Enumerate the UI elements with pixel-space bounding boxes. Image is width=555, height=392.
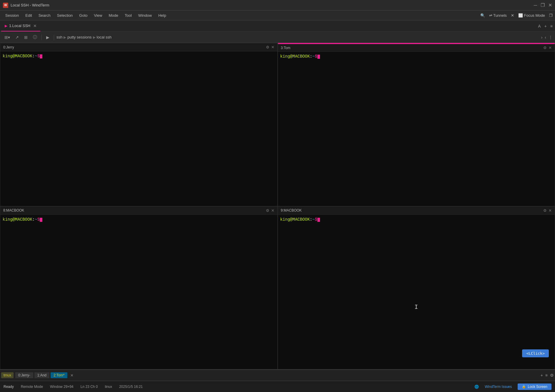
pane-close-icon[interactable]: ✕ [549,208,552,213]
pane-split-button[interactable]: ⊞▾ [2,34,12,41]
pane-tom-header: 3:Tom ⚙ ✕ [278,43,555,52]
lock-screen-label: Lock Screen [528,385,547,389]
pane-macbook-9[interactable]: 9:MACBOOK ⚙ ✕ king@MACBOOK:~$ I <LClick> [278,206,555,370]
breadcrumb-arrow-2: ▶ [93,35,96,39]
pane-settings-icon[interactable]: ⚙ [543,46,547,50]
breadcrumb-label: putty sessions [67,35,91,39]
status-window-size: Window 29×94 [50,385,74,389]
run-button[interactable]: ▶ [44,34,51,41]
pane-settings-icon[interactable]: ⚙ [266,208,269,213]
close-panel-action[interactable]: ✕ [511,13,514,18]
app-icon: W [3,3,8,8]
pane-jerry[interactable]: 0:Jerry ⚙ ✕ king@MACBOOK:~$ [0,43,278,206]
status-bar: Ready Remote Mode Window 29×94 Ln 23 Ch … [0,381,555,392]
menu-session[interactable]: Session [2,12,22,19]
status-os: linux [105,385,112,389]
lock-screen-button[interactable]: 🔒 Lock Screen [518,383,551,390]
pane-close-icon[interactable]: ✕ [271,208,274,213]
menu-mode[interactable]: Mode [106,12,121,19]
tmux-bar: tmux 0:Jerry- 1:And 2:Tom* ✕ + ≡ ⚙ [0,370,555,381]
pane-layout-button[interactable]: ⊞ [22,34,30,41]
tab-bar-right: A + ≡ [538,21,555,31]
focus-mode-action[interactable]: ⬜ Focus Mode [518,13,545,18]
tab-arrow-icon: ▶ [5,24,7,28]
menu-tool[interactable]: Tool [122,12,135,19]
tab-close-button[interactable]: ✕ [33,24,37,28]
window-title: Local SSH - WindTerm [11,3,534,7]
pane-jerry-controls: ⚙ ✕ [266,45,274,49]
tab-local-ssh[interactable]: ▶ 1.Local SSH ✕ [1,21,40,31]
prompt-user: king [3,54,13,58]
menu-search[interactable]: Search [36,12,54,19]
tmux-tab-close-button[interactable]: ✕ [69,372,75,378]
tmux-tab-jerry[interactable]: 0:Jerry- [15,372,33,378]
tmux-tab-and[interactable]: 1:And [34,372,49,378]
prompt-user: king [280,54,290,59]
pane-close-icon[interactable]: ✕ [549,46,552,50]
menu-view[interactable]: View [91,12,105,19]
expand-left-icon[interactable]: ‹ [545,35,546,40]
menu-edit[interactable]: Edit [22,12,35,19]
new-window-button[interactable]: ↗ [13,34,21,41]
search-action[interactable]: 🔍 [480,13,485,18]
menu-help[interactable]: Help [155,12,169,19]
tmux-tab-tom[interactable]: 2:Tom* [51,372,67,378]
pane-tom-body[interactable]: king@MACBOOK:~$ [278,52,555,61]
status-remote-mode: Remote Mode [21,385,43,389]
menu-selection[interactable]: Selection [54,12,76,19]
pane-jerry-title: 0:Jerry [3,45,266,49]
status-ln-ch: Ln 23 Ch 0 [81,385,98,389]
pane-settings-icon[interactable]: ⚙ [266,45,269,49]
tab-menu-button[interactable]: ≡ [550,24,553,29]
restore-button[interactable]: ❐ [541,2,545,8]
cursor-macbook8 [40,218,42,222]
text-cursor-indicator: I [414,303,418,310]
toolbar-separator [41,34,42,40]
restore-action[interactable]: ❐ [549,13,553,18]
tmux-icon: tmux [1,372,14,378]
breadcrumb-label: ssh [56,35,62,39]
menu-goto[interactable]: Goto [76,12,90,19]
pane-close-icon[interactable]: ✕ [271,45,274,49]
breadcrumb-local-ssh[interactable]: local ssh [97,35,112,39]
menu-bar: Session Edit Search Selection Goto View … [0,11,555,21]
breadcrumb-ssh[interactable]: ssh ▶ [56,35,66,39]
click-indicator: <LClick> [522,349,549,357]
status-datetime: 2025/1/5 16:21 [119,385,143,389]
pane-macbook9-body[interactable]: king@MACBOOK:~$ [278,215,555,224]
menu-right-actions: 🔍 ⇌ Tunnels ✕ ⬜ Focus Mode ❐ [480,13,553,18]
menu-window[interactable]: Window [135,12,155,19]
pane-tom[interactable]: 3:Tom ⚙ ✕ king@MACBOOK:~$ [278,43,555,206]
more-options-icon[interactable]: ⋮ [549,35,553,40]
status-right: 🌐 WindTerm Issues 🔒 Lock Screen [474,383,551,390]
cursor-macbook9 [317,218,320,222]
toolbar: ⊞▾ ↗ ⊞ ⓘ ▶ ssh ▶ putty sessions ▶ local … [0,32,555,43]
tmux-add-button[interactable]: + [541,373,543,378]
pane-jerry-header: 0:Jerry ⚙ ✕ [0,43,277,51]
tmux-menu-button[interactable]: ≡ [545,373,548,378]
breadcrumb-arrow-1: ▶ [64,35,66,39]
font-size-label: A [538,24,541,29]
breadcrumb-putty[interactable]: putty sessions ▶ [67,35,95,39]
pane-macbook-8[interactable]: 8:MACBOOK ⚙ ✕ king@MACBOOK:~$ [0,206,278,370]
prompt-user: king [3,217,13,222]
pane-macbook8-header: 8:MACBOOK ⚙ ✕ [0,207,277,215]
toolbar-right: › ‹ ⋮ [541,35,553,40]
pane-jerry-body[interactable]: king@MACBOOK:~$ [0,51,277,61]
pane-macbook8-controls: ⚙ ✕ [266,208,274,213]
pane-macbook8-body[interactable]: king@MACBOOK:~$ [0,215,277,224]
close-button[interactable]: ✕ [548,2,552,8]
pane-settings-icon[interactable]: ⚙ [543,208,547,213]
status-ready: Ready [4,385,14,389]
lock-icon: 🔒 [522,385,526,388]
minimize-button[interactable]: ─ [534,3,537,8]
tunnels-action[interactable]: ⇌ Tunnels [489,13,507,18]
pane-tom-controls: ⚙ ✕ [543,46,552,50]
prompt-user: king [280,217,290,222]
cursor-tom [317,55,320,59]
new-tab-button[interactable]: + [544,24,547,29]
expand-right-icon[interactable]: › [541,35,543,40]
info-button[interactable]: ⓘ [31,34,39,41]
windterm-issues-link[interactable]: WindTerm Issues [485,385,512,389]
tmux-settings-icon[interactable]: ⚙ [550,373,554,378]
